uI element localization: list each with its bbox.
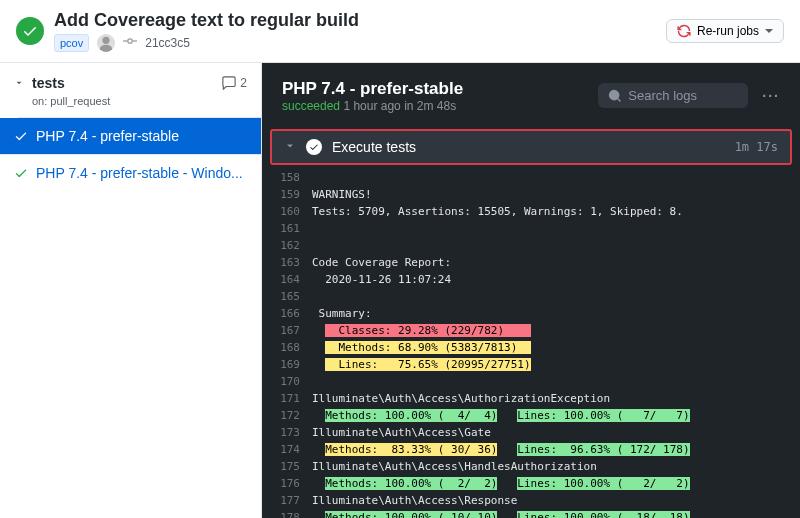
commit-sha[interactable]: 21cc3c5 [145, 36, 190, 50]
caret-down-icon [765, 29, 773, 33]
log-line: 163Code Coverage Report: [262, 254, 800, 271]
log-line: 160Tests: 5709, Assertions: 15505, Warni… [262, 203, 800, 220]
log-line: 173Illuminate\Auth\Access\Gate [262, 424, 800, 441]
log-line: 176 Methods: 100.00% ( 2/ 2) Lines: 100.… [262, 475, 800, 492]
log-line: 169 Lines: 75.65% (20995/27751) [262, 356, 800, 373]
search-icon [608, 89, 622, 103]
step-execute-tests[interactable]: Execute tests 1m 17s [270, 129, 792, 165]
log-line: 168 Methods: 68.90% (5383/7813) [262, 339, 800, 356]
run-status-icon [16, 17, 44, 45]
rerun-label: Re-run jobs [697, 24, 759, 38]
workflow-name[interactable]: tests [32, 75, 65, 91]
log-line: 165 [262, 288, 800, 305]
log-line: 175Illuminate\Auth\Access\HandlesAuthori… [262, 458, 800, 475]
log-line: 170 [262, 373, 800, 390]
conversation-link[interactable]: 2 [222, 76, 247, 90]
log-line: 162 [262, 237, 800, 254]
sidebar-job[interactable]: PHP 7.4 - prefer-stable [0, 118, 261, 154]
kebab-menu[interactable]: ··· [762, 88, 780, 104]
svg-point-0 [128, 39, 132, 43]
log-line: 159WARNINGS! [262, 186, 800, 203]
log-line: 172 Methods: 100.00% ( 4/ 4) Lines: 100.… [262, 407, 800, 424]
check-icon [14, 166, 28, 180]
job-label: PHP 7.4 - prefer-stable [36, 128, 179, 144]
check-circle-icon [306, 139, 322, 155]
log-line: 167 Classes: 29.28% (229/782) [262, 322, 800, 339]
search-logs-input[interactable]: Search logs [598, 83, 748, 108]
log-line: 171Illuminate\Auth\Access\AuthorizationE… [262, 390, 800, 407]
commit-icon [123, 34, 137, 51]
log-line: 174 Methods: 83.33% ( 30/ 36) Lines: 96.… [262, 441, 800, 458]
log-line: 177Illuminate\Auth\Access\Response [262, 492, 800, 509]
author-avatar[interactable] [97, 34, 115, 52]
chevron-down-icon [284, 139, 296, 155]
log-line: 164 2020-11-26 11:07:24 [262, 271, 800, 288]
check-icon [14, 129, 28, 143]
step-duration: 1m 17s [735, 140, 778, 154]
branch-badge[interactable]: pcov [54, 34, 89, 52]
log-output[interactable]: 158159WARNINGS!160Tests: 5709, Assertion… [262, 165, 800, 518]
log-line: 178 Methods: 100.00% ( 10/ 10) Lines: 10… [262, 509, 800, 518]
log-line: 161 [262, 220, 800, 237]
page-title: Add Covereage text to regular build [54, 10, 656, 32]
job-label: PHP 7.4 - prefer-stable - Windo... [36, 165, 243, 181]
workflow-trigger: on: pull_request [18, 95, 261, 118]
rerun-jobs-button[interactable]: Re-run jobs [666, 19, 784, 43]
job-status-line: succeeded 1 hour ago in 2m 48s [282, 99, 463, 113]
job-title: PHP 7.4 - prefer-stable [282, 79, 463, 99]
log-line: 158 [262, 169, 800, 186]
log-line: 166 Summary: [262, 305, 800, 322]
chevron-down-icon[interactable] [14, 78, 24, 88]
step-name: Execute tests [332, 139, 416, 155]
sidebar-job[interactable]: PHP 7.4 - prefer-stable - Windo... [0, 154, 261, 191]
